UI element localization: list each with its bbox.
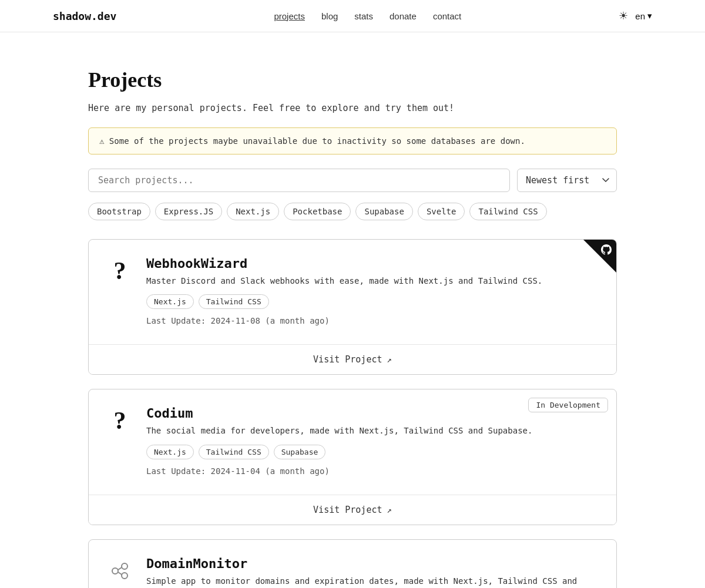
project-icon-domainmonitor [105, 556, 135, 586]
visit-project-codium[interactable]: Visit Project ↗ [89, 495, 616, 525]
github-icon [601, 244, 612, 258]
page-title: Projects [88, 68, 617, 92]
nav-link-donate[interactable]: donate [390, 11, 417, 21]
tag-tailwindcss-codium: Tailwind CSS [199, 445, 269, 459]
project-desc-webhookwizard: Master Discord and Slack webhooks with e… [146, 274, 542, 287]
search-input[interactable] [88, 169, 510, 192]
project-card-codium: In Development ? Codium The social media… [88, 389, 617, 525]
card-header-codium: ? Codium The social media for developers… [105, 406, 600, 475]
question-mark-icon-codium: ? [114, 408, 126, 433]
github-corner-webhookwizard[interactable] [583, 240, 616, 273]
in-development-badge: In Development [528, 398, 608, 412]
nav-links: projects blog stats donate contact [274, 11, 461, 21]
card-body-domainmonitor: DomainMonitor Simple app to monitor doma… [89, 540, 616, 588]
card-body-webhookwizard: ? WebhookWizard Master Discord and Slack… [89, 240, 616, 344]
project-card-webhookwizard: ? WebhookWizard Master Discord and Slack… [88, 239, 617, 375]
filter-tags: Bootstrap Express.JS Next.js Pocketbase … [88, 203, 617, 220]
nav-right: ☀ en ▾ [619, 9, 652, 22]
external-link-icon-codium: ↗ [387, 505, 391, 515]
card-body-codium: In Development ? Codium The social media… [89, 389, 616, 494]
language-label: en [635, 11, 645, 21]
chevron-down-icon: ▾ [647, 11, 652, 21]
filter-tag-tailwindcss[interactable]: Tailwind CSS [469, 203, 546, 220]
project-card-domainmonitor: DomainMonitor Simple app to monitor doma… [88, 539, 617, 588]
filter-tag-bootstrap[interactable]: Bootstrap [88, 203, 150, 220]
tag-supabase-codium: Supabase [274, 445, 326, 459]
tag-nextjs: Next.js [146, 294, 194, 309]
project-icon-codium: ? [105, 406, 135, 435]
tag-tailwindcss: Tailwind CSS [199, 294, 269, 309]
navbar: shadow.dev projects blog stats donate co… [0, 0, 705, 32]
project-date-codium: Last Update: 2024-11-04 (a month ago) [146, 466, 532, 476]
card-info-domainmonitor: DomainMonitor Simple app to monitor doma… [146, 556, 600, 588]
webhook-icon [108, 559, 132, 583]
project-title-webhookwizard: WebhookWizard [146, 256, 542, 271]
card-info-webhookwizard: WebhookWizard Master Discord and Slack w… [146, 256, 542, 325]
project-desc-codium: The social media for developers, made wi… [146, 424, 532, 437]
visit-link-webhookwizard: Visit Project ↗ [105, 354, 600, 365]
nav-link-blog[interactable]: blog [321, 11, 338, 21]
card-header-domainmonitor: DomainMonitor Simple app to monitor doma… [105, 556, 600, 588]
filter-tag-supabase[interactable]: Supabase [355, 203, 412, 220]
visit-label-codium: Visit Project [313, 505, 382, 515]
project-title-domainmonitor: DomainMonitor [146, 556, 600, 571]
svg-line-3 [118, 567, 122, 570]
theme-toggle-button[interactable]: ☀ [619, 9, 628, 22]
project-desc-domainmonitor: Simple app to monitor domains and expira… [146, 574, 600, 588]
search-sort-row: Newest first Oldest first A-Z Z-A [88, 169, 617, 192]
main-content: Projects Here are my personal projects. … [35, 32, 670, 588]
external-link-icon: ↗ [387, 355, 391, 364]
filter-tag-expressjs[interactable]: Express.JS [155, 203, 222, 220]
svg-line-4 [118, 572, 122, 574]
sort-select[interactable]: Newest first Oldest first A-Z Z-A [517, 169, 617, 192]
question-mark-icon: ? [114, 258, 126, 283]
project-tags-webhookwizard: Next.js Tailwind CSS [146, 294, 542, 309]
card-header-webhookwizard: ? WebhookWizard Master Discord and Slack… [105, 256, 600, 325]
filter-tag-nextjs[interactable]: Next.js [227, 203, 279, 220]
nav-link-projects[interactable]: projects [274, 11, 305, 21]
project-title-codium: Codium [146, 406, 532, 421]
page-subtitle: Here are my personal projects. Feel free… [88, 103, 617, 113]
visit-project-webhookwizard[interactable]: Visit Project ↗ [89, 344, 616, 374]
card-info-codium: Codium The social media for developers, … [146, 406, 532, 475]
nav-link-contact[interactable]: contact [433, 11, 461, 21]
tag-nextjs-codium: Next.js [146, 445, 194, 459]
svg-point-1 [122, 563, 127, 569]
filter-tag-pocketbase[interactable]: Pocketbase [284, 203, 351, 220]
warning-banner: ⚠ Some of the projects maybe unavailable… [88, 127, 617, 154]
svg-point-2 [122, 573, 127, 579]
visit-link-codium: Visit Project ↗ [105, 505, 600, 515]
project-date-webhookwizard: Last Update: 2024-11-08 (a month ago) [146, 316, 542, 325]
site-logo[interactable]: shadow.dev [53, 10, 116, 22]
visit-label-webhookwizard: Visit Project [313, 354, 382, 365]
nav-link-stats[interactable]: stats [354, 11, 373, 21]
filter-tag-svelte[interactable]: Svelte [418, 203, 465, 220]
project-icon-webhookwizard: ? [105, 256, 135, 285]
language-selector[interactable]: en ▾ [635, 11, 652, 21]
svg-point-0 [112, 568, 118, 574]
project-tags-codium: Next.js Tailwind CSS Supabase [146, 445, 532, 459]
